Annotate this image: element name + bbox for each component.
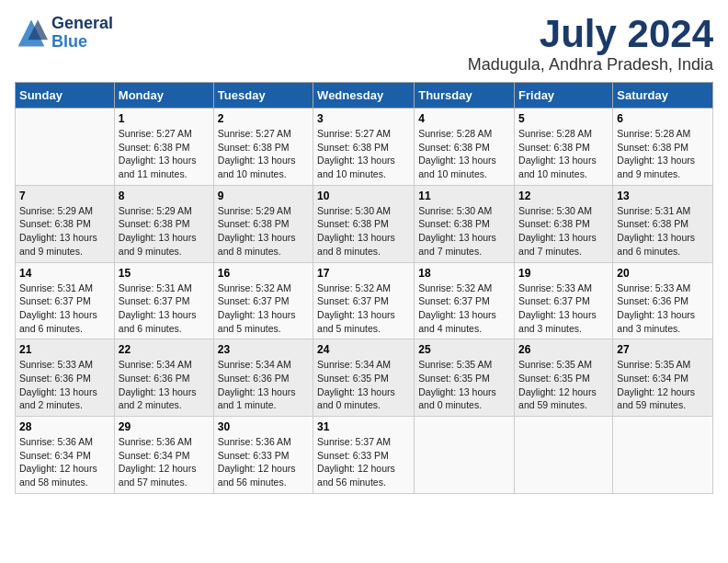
day-cell: 21Sunrise: 5:33 AM Sunset: 6:36 PM Dayli…: [16, 339, 115, 417]
day-cell: 16Sunrise: 5:32 AM Sunset: 6:37 PM Dayli…: [213, 262, 313, 339]
location-title: Madugula, Andhra Pradesh, India: [468, 55, 713, 75]
day-number: 29: [119, 420, 210, 433]
day-number: 31: [317, 420, 410, 433]
day-cell: 11Sunrise: 5:30 AM Sunset: 6:38 PM Dayli…: [415, 185, 515, 262]
column-header-monday: Monday: [114, 83, 213, 109]
day-cell: [16, 109, 115, 186]
day-number: 21: [19, 343, 110, 356]
column-header-sunday: Sunday: [16, 83, 115, 109]
day-info: Sunrise: 5:33 AM Sunset: 6:37 PM Dayligh…: [518, 282, 609, 336]
logo-text-general: General Blue: [51, 15, 113, 52]
day-number: 17: [317, 267, 410, 280]
day-number: 18: [418, 267, 510, 280]
day-cell: [515, 417, 613, 494]
day-number: 3: [317, 112, 410, 125]
day-info: Sunrise: 5:34 AM Sunset: 6:35 PM Dayligh…: [317, 358, 410, 412]
day-info: Sunrise: 5:30 AM Sunset: 6:38 PM Dayligh…: [317, 204, 410, 259]
day-info: Sunrise: 5:32 AM Sunset: 6:37 PM Dayligh…: [317, 282, 410, 336]
day-cell: 29Sunrise: 5:36 AM Sunset: 6:34 PM Dayli…: [114, 417, 213, 494]
day-number: 9: [218, 190, 309, 202]
day-info: Sunrise: 5:29 AM Sunset: 6:38 PM Dayligh…: [19, 204, 110, 259]
title-block: July 2024 Madugula, Andhra Pradesh, Indi…: [468, 15, 713, 75]
calendar-table: SundayMondayTuesdayWednesdayThursdayFrid…: [15, 82, 713, 494]
column-header-saturday: Saturday: [613, 83, 713, 109]
day-info: Sunrise: 5:31 AM Sunset: 6:37 PM Dayligh…: [119, 282, 210, 336]
day-number: 12: [518, 190, 609, 202]
day-number: 23: [218, 343, 309, 356]
day-number: 5: [518, 112, 609, 125]
day-info: Sunrise: 5:27 AM Sunset: 6:38 PM Dayligh…: [317, 127, 410, 181]
day-cell: [613, 417, 713, 494]
week-row-4: 21Sunrise: 5:33 AM Sunset: 6:36 PM Dayli…: [16, 339, 713, 417]
day-number: 7: [19, 190, 110, 202]
day-number: 30: [218, 420, 309, 433]
day-info: Sunrise: 5:27 AM Sunset: 6:38 PM Dayligh…: [218, 127, 309, 181]
day-cell: 28Sunrise: 5:36 AM Sunset: 6:34 PM Dayli…: [16, 417, 115, 494]
day-cell: 4Sunrise: 5:28 AM Sunset: 6:38 PM Daylig…: [415, 109, 515, 186]
day-info: Sunrise: 5:31 AM Sunset: 6:37 PM Dayligh…: [19, 282, 110, 336]
week-row-3: 14Sunrise: 5:31 AM Sunset: 6:37 PM Dayli…: [16, 262, 713, 339]
day-number: 4: [418, 112, 510, 125]
day-info: Sunrise: 5:35 AM Sunset: 6:35 PM Dayligh…: [418, 358, 510, 412]
page-header: General Blue July 2024 Madugula, Andhra …: [15, 15, 713, 75]
day-number: 25: [418, 343, 510, 356]
day-info: Sunrise: 5:32 AM Sunset: 6:37 PM Dayligh…: [418, 282, 510, 336]
day-number: 14: [19, 267, 110, 280]
day-number: 10: [317, 190, 410, 202]
day-info: Sunrise: 5:32 AM Sunset: 6:37 PM Dayligh…: [218, 282, 309, 336]
day-cell: 14Sunrise: 5:31 AM Sunset: 6:37 PM Dayli…: [16, 262, 115, 339]
day-info: Sunrise: 5:28 AM Sunset: 6:38 PM Dayligh…: [617, 127, 709, 181]
day-cell: 5Sunrise: 5:28 AM Sunset: 6:38 PM Daylig…: [515, 109, 613, 186]
day-cell: 22Sunrise: 5:34 AM Sunset: 6:36 PM Dayli…: [114, 339, 213, 417]
day-info: Sunrise: 5:36 AM Sunset: 6:34 PM Dayligh…: [19, 435, 110, 489]
day-info: Sunrise: 5:37 AM Sunset: 6:33 PM Dayligh…: [317, 435, 410, 489]
day-cell: 1Sunrise: 5:27 AM Sunset: 6:38 PM Daylig…: [114, 109, 213, 186]
day-info: Sunrise: 5:28 AM Sunset: 6:38 PM Dayligh…: [518, 127, 609, 181]
day-cell: 9Sunrise: 5:29 AM Sunset: 6:38 PM Daylig…: [213, 185, 313, 262]
day-info: Sunrise: 5:27 AM Sunset: 6:38 PM Dayligh…: [119, 127, 210, 181]
day-number: 15: [119, 267, 210, 280]
column-header-wednesday: Wednesday: [313, 83, 415, 109]
day-cell: 17Sunrise: 5:32 AM Sunset: 6:37 PM Dayli…: [313, 262, 415, 339]
day-info: Sunrise: 5:35 AM Sunset: 6:35 PM Dayligh…: [518, 358, 609, 412]
day-cell: 2Sunrise: 5:27 AM Sunset: 6:38 PM Daylig…: [213, 109, 313, 186]
day-cell: [415, 417, 515, 494]
month-title: July 2024: [468, 15, 713, 53]
week-row-2: 7Sunrise: 5:29 AM Sunset: 6:38 PM Daylig…: [16, 185, 713, 262]
day-info: Sunrise: 5:33 AM Sunset: 6:36 PM Dayligh…: [617, 282, 709, 336]
day-info: Sunrise: 5:29 AM Sunset: 6:38 PM Dayligh…: [218, 204, 309, 259]
day-number: 24: [317, 343, 410, 356]
day-number: 1: [119, 112, 210, 125]
day-number: 20: [617, 267, 709, 280]
day-cell: 23Sunrise: 5:34 AM Sunset: 6:36 PM Dayli…: [213, 339, 313, 417]
day-number: 8: [119, 190, 210, 202]
day-cell: 15Sunrise: 5:31 AM Sunset: 6:37 PM Dayli…: [114, 262, 213, 339]
day-cell: 25Sunrise: 5:35 AM Sunset: 6:35 PM Dayli…: [415, 339, 515, 417]
day-cell: 13Sunrise: 5:31 AM Sunset: 6:38 PM Dayli…: [613, 185, 713, 262]
day-info: Sunrise: 5:31 AM Sunset: 6:38 PM Dayligh…: [617, 204, 709, 259]
day-number: 19: [518, 267, 609, 280]
day-cell: 18Sunrise: 5:32 AM Sunset: 6:37 PM Dayli…: [415, 262, 515, 339]
day-cell: 24Sunrise: 5:34 AM Sunset: 6:35 PM Dayli…: [313, 339, 415, 417]
day-cell: 30Sunrise: 5:36 AM Sunset: 6:33 PM Dayli…: [213, 417, 313, 494]
day-cell: 7Sunrise: 5:29 AM Sunset: 6:38 PM Daylig…: [16, 185, 115, 262]
week-row-5: 28Sunrise: 5:36 AM Sunset: 6:34 PM Dayli…: [16, 417, 713, 494]
day-info: Sunrise: 5:33 AM Sunset: 6:36 PM Dayligh…: [19, 358, 110, 412]
week-row-1: 1Sunrise: 5:27 AM Sunset: 6:38 PM Daylig…: [16, 109, 713, 186]
day-info: Sunrise: 5:34 AM Sunset: 6:36 PM Dayligh…: [218, 358, 309, 412]
day-cell: 6Sunrise: 5:28 AM Sunset: 6:38 PM Daylig…: [613, 109, 713, 186]
logo-icon: [15, 17, 48, 50]
day-cell: 19Sunrise: 5:33 AM Sunset: 6:37 PM Dayli…: [515, 262, 613, 339]
column-header-thursday: Thursday: [415, 83, 515, 109]
day-info: Sunrise: 5:29 AM Sunset: 6:38 PM Dayligh…: [119, 204, 210, 259]
day-number: 27: [617, 343, 709, 356]
day-cell: 26Sunrise: 5:35 AM Sunset: 6:35 PM Dayli…: [515, 339, 613, 417]
day-cell: 8Sunrise: 5:29 AM Sunset: 6:38 PM Daylig…: [114, 185, 213, 262]
day-number: 22: [119, 343, 210, 356]
day-number: 6: [617, 112, 709, 125]
day-info: Sunrise: 5:28 AM Sunset: 6:38 PM Dayligh…: [418, 127, 510, 181]
logo: General Blue: [15, 15, 113, 52]
day-info: Sunrise: 5:30 AM Sunset: 6:38 PM Dayligh…: [418, 204, 510, 259]
day-info: Sunrise: 5:36 AM Sunset: 6:33 PM Dayligh…: [218, 435, 309, 489]
day-info: Sunrise: 5:30 AM Sunset: 6:38 PM Dayligh…: [518, 204, 609, 259]
